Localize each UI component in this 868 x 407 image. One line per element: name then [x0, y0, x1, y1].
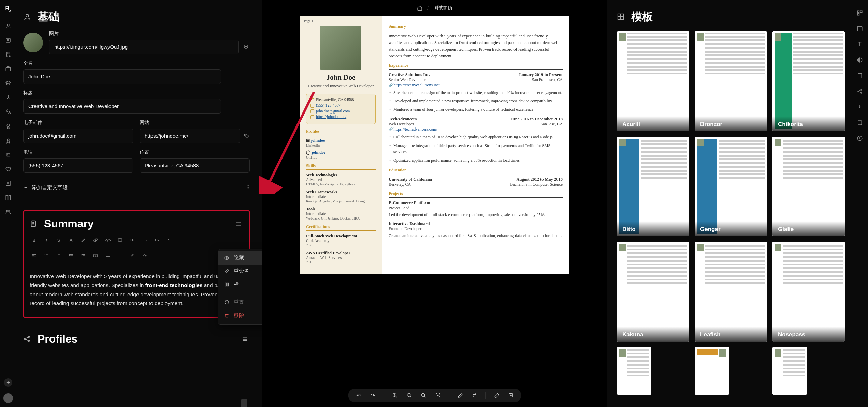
nav-volunteering-icon[interactable] — [5, 194, 12, 201]
left-panel: 基础 图片 全名 标题 电子邮件 网站 — [16, 0, 262, 407]
codeblock-button[interactable] — [116, 236, 125, 244]
indent-button[interactable] — [79, 251, 88, 260]
pencil-icon — [223, 268, 230, 274]
zoom-in-button[interactable] — [392, 392, 399, 399]
ctx-column[interactable]: 栏 › — [218, 278, 262, 291]
nav-interests-icon[interactable] — [5, 151, 12, 158]
copy-link-button[interactable] — [493, 392, 500, 399]
edit-button[interactable] — [457, 392, 464, 399]
nav-languages-icon[interactable] — [5, 108, 12, 115]
layout-nav-icon[interactable] — [856, 25, 863, 32]
break-button[interactable] — [103, 251, 112, 260]
code-button[interactable]: </> — [103, 236, 112, 244]
svg-line-93 — [859, 92, 861, 93]
template-card-gengar[interactable]: Gengar — [695, 137, 767, 237]
nav-summary-icon[interactable] — [5, 37, 12, 44]
undo-button[interactable]: ↶ — [355, 392, 362, 399]
hr-button[interactable]: — — [116, 251, 125, 260]
drag-handle-icon[interactable]: ⠿ — [246, 185, 250, 191]
template-card-azurill[interactable]: Azurill — [617, 31, 689, 131]
tag-icon[interactable] — [244, 133, 250, 139]
summary-textarea[interactable]: Innovative Web Developer with 5 years of… — [30, 266, 243, 308]
h3-button[interactable]: H₃ — [153, 236, 161, 244]
download-button[interactable] — [508, 392, 515, 399]
template-card-kakuna[interactable]: Kakuna — [617, 242, 689, 342]
scrollbar[interactable] — [241, 399, 247, 407]
ctx-reset[interactable]: 重置 — [218, 296, 262, 309]
nav-awards-icon[interactable] — [5, 123, 12, 130]
redo-button[interactable]: ↷ — [370, 392, 376, 399]
ordered-list-button[interactable] — [54, 251, 63, 260]
template-card-ditto[interactable]: Ditto — [617, 137, 689, 237]
nav-references-icon[interactable] — [5, 209, 12, 215]
svg-rect-20 — [9, 195, 11, 200]
user-avatar-icon[interactable] — [3, 393, 13, 403]
nav-certifications-icon[interactable] — [5, 137, 12, 144]
templates-nav-icon[interactable] — [856, 10, 863, 16]
template-card-leafish[interactable]: Leafish — [695, 242, 767, 342]
fullname-input[interactable] — [23, 69, 221, 84]
nav-projects-icon[interactable] — [5, 166, 12, 172]
bold-button[interactable]: B — [30, 236, 39, 244]
highlight-button[interactable] — [79, 236, 88, 244]
sharing-nav-icon[interactable] — [856, 88, 863, 95]
avatar[interactable] — [23, 33, 43, 52]
nav-education-icon[interactable] — [5, 80, 12, 87]
template-card-extra-2[interactable] — [772, 347, 807, 395]
profile-item: ◯ johndoeGitHub — [306, 150, 376, 159]
undo-button[interactable]: ↶ — [128, 251, 137, 260]
ctx-rename[interactable]: 重命名 › — [218, 265, 262, 278]
font-color-button[interactable]: A — [67, 236, 75, 244]
summary-menu-button[interactable] — [234, 219, 243, 229]
redo-button[interactable]: ↷ — [140, 251, 149, 260]
svg-point-54 — [25, 338, 26, 340]
location-input[interactable] — [140, 158, 250, 173]
bullet-list-button[interactable] — [42, 251, 51, 260]
template-card-extra-1[interactable] — [695, 347, 729, 395]
svg-rect-64 — [227, 283, 228, 286]
basics-title: 基础 — [38, 10, 59, 25]
email-input[interactable] — [23, 129, 133, 143]
export-nav-icon[interactable] — [856, 104, 863, 110]
notes-nav-icon[interactable] — [856, 119, 863, 126]
align-left-button[interactable] — [30, 251, 39, 260]
template-card-bronzor[interactable]: Bronzor — [695, 31, 767, 131]
picture-url-input[interactable] — [49, 40, 239, 54]
add-custom-field-button[interactable]: ＋ 添加自定义字段 ⠿ — [23, 182, 250, 194]
link-button[interactable] — [91, 236, 100, 244]
info-nav-icon[interactable] — [856, 135, 863, 142]
headline-input[interactable] — [23, 99, 221, 114]
theme-nav-icon[interactable] — [856, 57, 863, 63]
picture-options-icon[interactable] — [243, 44, 250, 50]
image-button[interactable] — [91, 251, 100, 260]
template-card-glalie[interactable]: Glalie — [772, 137, 845, 237]
breadcrumb-title[interactable]: 测试简历 — [433, 5, 452, 11]
profiles-menu-button[interactable] — [240, 334, 250, 344]
strike-button[interactable]: S — [54, 236, 63, 244]
ctx-hide[interactable]: 隐藏 — [218, 251, 262, 265]
grid-button[interactable]: # — [471, 392, 478, 399]
template-card-extra-0[interactable] — [617, 347, 651, 395]
page-nav-icon[interactable] — [856, 72, 863, 79]
nav-basics-icon[interactable] — [5, 22, 12, 29]
website-input[interactable] — [140, 129, 240, 143]
template-card-chikorita[interactable]: Chikorita — [772, 31, 845, 131]
nav-skills-icon[interactable] — [5, 94, 12, 101]
nav-profiles-icon[interactable] — [5, 51, 12, 58]
outdent-button[interactable] — [67, 251, 75, 260]
home-icon[interactable] — [417, 5, 422, 11]
ctx-remove[interactable]: 移除 — [218, 309, 262, 322]
zoom-reset-button[interactable] — [420, 392, 427, 399]
nav-publications-icon[interactable] — [5, 180, 12, 187]
zoom-out-button[interactable] — [406, 392, 413, 399]
center-button[interactable] — [435, 392, 442, 399]
template-card-nosepass[interactable]: Nosepass — [772, 242, 845, 342]
italic-button[interactable]: I — [42, 236, 51, 244]
phone-input[interactable] — [23, 158, 133, 173]
paragraph-button[interactable]: ¶ — [165, 236, 174, 244]
nav-experience-icon[interactable] — [5, 65, 12, 72]
h2-button[interactable]: H₂ — [140, 236, 149, 244]
typography-nav-icon[interactable]: T — [856, 41, 863, 48]
h1-button[interactable]: H₁ — [128, 236, 137, 244]
add-section-button[interactable]: ＋ — [4, 378, 12, 387]
